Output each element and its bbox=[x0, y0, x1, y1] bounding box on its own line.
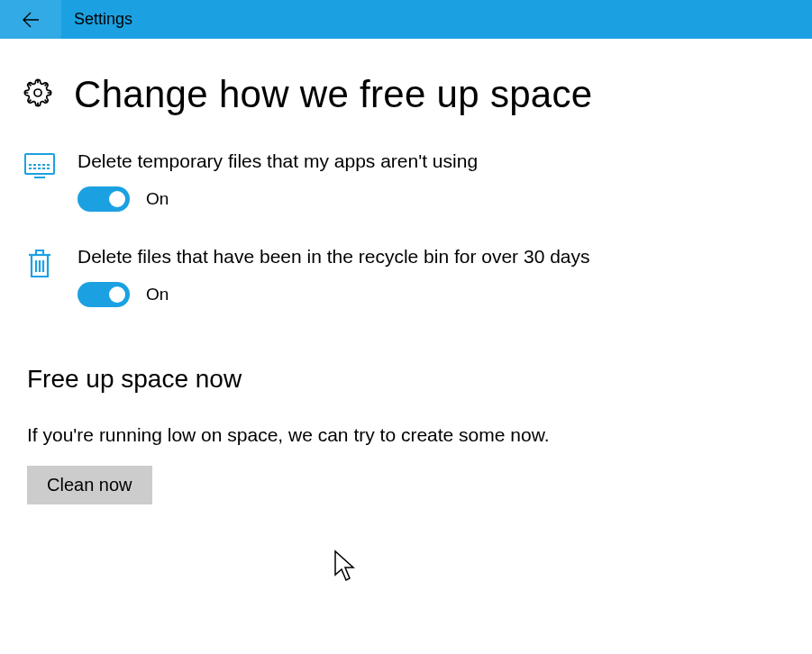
page-title: Change how we free up space bbox=[74, 73, 592, 116]
trash-icon bbox=[23, 246, 56, 280]
cursor-icon bbox=[333, 550, 359, 584]
toggle-temp-files[interactable] bbox=[78, 186, 130, 212]
title-bar: Settings bbox=[0, 0, 812, 39]
app-name: Settings bbox=[61, 10, 132, 29]
back-arrow-icon bbox=[21, 10, 41, 30]
toggle-recycle-bin-state: On bbox=[146, 285, 169, 304]
monitor-icon bbox=[23, 150, 56, 179]
free-up-description: If you're running low on space, we can t… bbox=[0, 394, 812, 446]
back-button[interactable] bbox=[0, 0, 61, 39]
clean-now-button[interactable]: Clean now bbox=[27, 466, 152, 504]
content-area: Change how we free up space Delete tempo… bbox=[0, 39, 812, 504]
setting-recycle-bin: Delete files that have been in the recyc… bbox=[0, 212, 812, 307]
page-header: Change how we free up space bbox=[0, 39, 812, 116]
setting-recycle-bin-label: Delete files that have been in the recyc… bbox=[78, 246, 812, 268]
svg-point-0 bbox=[34, 89, 41, 96]
setting-temp-files-label: Delete temporary files that my apps aren… bbox=[78, 150, 812, 172]
setting-temp-files: Delete temporary files that my apps aren… bbox=[0, 116, 812, 212]
free-up-heading: Free up space now bbox=[0, 307, 812, 394]
toggle-recycle-bin[interactable] bbox=[78, 282, 130, 307]
gear-icon bbox=[23, 78, 52, 111]
toggle-temp-files-state: On bbox=[146, 189, 169, 209]
